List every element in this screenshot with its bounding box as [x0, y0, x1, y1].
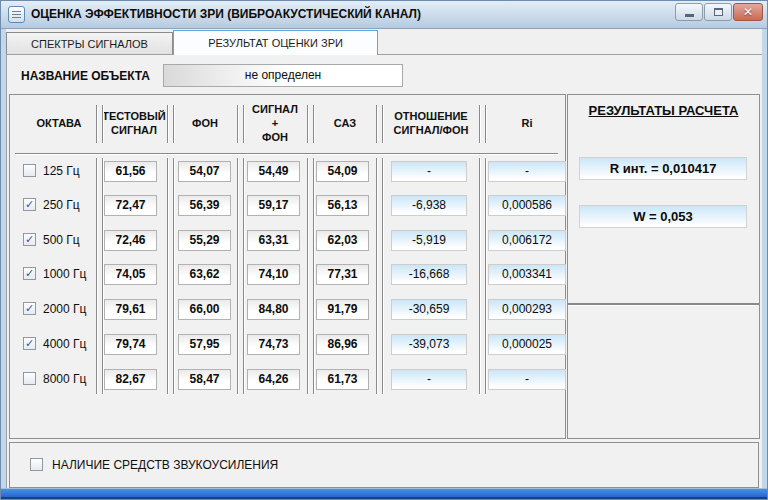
close-icon: ✕ [743, 4, 753, 20]
window-title: ОЦЕНКА ЭФФЕКТИВНОСТИ ЗРИ (ВИБРОАКУСТИЧЕС… [31, 7, 421, 21]
freq-label: 250 Гц [43, 195, 80, 216]
results-divider [568, 303, 759, 305]
cell-ri: 0,000293 [488, 299, 566, 320]
cell-signal-fon: 54,49 [247, 161, 300, 182]
cell-ratio: -30,659 [391, 299, 467, 320]
cell-saz: 77,31 [316, 264, 369, 285]
maximize-button[interactable] [704, 3, 732, 21]
header-divider [15, 153, 558, 154]
header-oktava: ОКТАВА [18, 101, 100, 145]
table-row-2000: ✓ 2000 Гц 79,61 66,00 84,80 91,79 -30,65… [10, 299, 565, 320]
freq-checkbox-500[interactable]: ✓ [23, 233, 36, 246]
freq-label: 2000 Гц [43, 299, 86, 320]
form-icon [12, 11, 21, 19]
header-ri: Ri [488, 101, 566, 145]
table-row-500: ✓ 500 Гц 72,46 55,29 63,31 62,03 -5,919 … [10, 230, 565, 251]
freq-checkbox-250[interactable]: ✓ [23, 198, 36, 211]
window-left-edge [1, 29, 6, 488]
maximize-icon [714, 8, 723, 16]
cell-ri: 0,000586 [488, 195, 566, 216]
table-row-4000: ✓ 4000 Гц 79,74 57,95 74,73 86,96 -39,07… [10, 334, 565, 355]
column-separator [376, 105, 383, 143]
header-saz: САЗ [310, 101, 380, 145]
cell-saz: 91,79 [316, 299, 369, 320]
column-separator [307, 105, 314, 143]
freq-label: 500 Гц [43, 230, 80, 251]
freq-checkbox-8000[interactable] [23, 372, 36, 385]
freq-checkbox-125[interactable] [23, 164, 36, 177]
cell-saz: 54,09 [316, 161, 369, 182]
tab-rezultat-ocenki-zri[interactable]: РЕЗУЛЬТАТ ОЦЕНКИ ЗРИ [173, 30, 378, 55]
cell-ratio: -6,938 [391, 195, 467, 216]
table-row-8000: 8000 Гц 82,67 58,47 64,26 61,73 - - [10, 369, 565, 390]
column-separator [237, 105, 244, 143]
cell-fon: 58,47 [178, 369, 231, 390]
cell-saz: 62,03 [316, 230, 369, 251]
cell-signal-fon: 59,17 [247, 195, 300, 216]
cell-test: 72,47 [104, 195, 157, 216]
freq-label: 1000 Гц [43, 264, 86, 285]
cell-ri: 0,003341 [488, 264, 566, 285]
header-fon: ФОН [170, 101, 240, 145]
cell-signal-fon: 74,73 [247, 334, 300, 355]
cell-ri: 0,006172 [488, 230, 566, 251]
sound-amplification-checkbox[interactable] [30, 458, 43, 471]
cell-signal-fon: 74,10 [247, 264, 300, 285]
object-name-field[interactable]: не определен [163, 64, 403, 87]
r-int-value: R инт. = 0,010417 [579, 157, 747, 180]
cell-ratio: - [391, 369, 467, 390]
freq-checkbox-1000[interactable]: ✓ [23, 267, 36, 280]
column-separator [96, 105, 103, 143]
object-name-label: НАЗВАНИЕ ОБЪЕКТА [21, 69, 150, 83]
cell-ri: - [488, 369, 566, 390]
header-otnoshenie: ОТНОШЕНИЕ СИГНАЛ/ФОН [380, 101, 482, 145]
cell-fon: 56,39 [178, 195, 231, 216]
cell-test: 79,74 [104, 334, 157, 355]
cell-saz: 61,73 [316, 369, 369, 390]
cell-signal-fon: 64,26 [247, 369, 300, 390]
titlebar: ОЦЕНКА ЭФФЕКТИВНОСТИ ЗРИ (ВИБРОАКУСТИЧЕС… [1, 1, 768, 29]
window-right-edge [762, 29, 767, 488]
cell-saz: 56,13 [316, 195, 369, 216]
cell-fon: 66,00 [178, 299, 231, 320]
tab-spektry-signalov[interactable]: СПЕКТРЫ СИГНАЛОВ [6, 32, 173, 54]
cell-fon: 63,62 [178, 264, 231, 285]
table-panel: ОКТАВА ТЕСТОВЫЙ СИГНАЛ ФОН СИГНАЛ + ФОН … [9, 94, 566, 439]
minimize-icon [685, 14, 694, 17]
minimize-button[interactable] [675, 3, 703, 21]
cell-ratio: -16,668 [391, 264, 467, 285]
results-title: РЕЗУЛЬТАТЫ РАСЧЕТА [568, 103, 759, 118]
freq-label: 8000 Гц [43, 369, 86, 390]
table-row-1000: ✓ 1000 Гц 74,05 63,62 74,10 77,31 -16,66… [10, 264, 565, 285]
freq-checkbox-2000[interactable]: ✓ [23, 302, 36, 315]
freq-checkbox-4000[interactable]: ✓ [23, 337, 36, 350]
cell-saz: 86,96 [316, 334, 369, 355]
close-button[interactable]: ✕ [733, 3, 763, 21]
cell-ri: - [488, 161, 566, 182]
cell-ratio: -5,919 [391, 230, 467, 251]
cell-fon: 55,29 [178, 230, 231, 251]
cell-ratio: -39,073 [391, 334, 467, 355]
app-window: ОЦЕНКА ЭФФЕКТИВНОСТИ ЗРИ (ВИБРОАКУСТИЧЕС… [0, 0, 768, 500]
sound-amplification-label: НАЛИЧИЕ СРЕДСТВ ЗВУКОУСИЛЕНИЯ [52, 458, 278, 472]
bottom-panel: НАЛИЧИЕ СРЕДСТВ ЗВУКОУСИЛЕНИЯ [9, 442, 759, 488]
freq-label: 125 Гц [43, 161, 80, 182]
cell-ratio: - [391, 161, 467, 182]
cell-test: 74,05 [104, 264, 157, 285]
cell-test: 72,46 [104, 230, 157, 251]
window-bottom-edge [1, 488, 768, 499]
cell-test: 79,61 [104, 299, 157, 320]
table-row-125: 125 Гц 61,56 54,07 54,49 54,09 - - [10, 161, 565, 182]
w-value: W = 0,053 [579, 205, 747, 228]
column-separator [479, 105, 486, 143]
header-test-signal: ТЕСТОВЫЙ СИГНАЛ [98, 101, 170, 145]
results-panel: РЕЗУЛЬТАТЫ РАСЧЕТА R инт. = 0,010417 W =… [567, 94, 760, 439]
cell-signal-fon: 84,80 [247, 299, 300, 320]
cell-test: 61,56 [104, 161, 157, 182]
table-row-250: ✓ 250 Гц 72,47 56,39 59,17 56,13 -6,938 … [10, 195, 565, 216]
cell-fon: 54,07 [178, 161, 231, 182]
cell-ri: 0,000025 [488, 334, 566, 355]
header-signal-plus-fon: СИГНАЛ + ФОН [240, 95, 310, 151]
column-separator [167, 105, 174, 143]
app-icon[interactable] [8, 6, 25, 23]
